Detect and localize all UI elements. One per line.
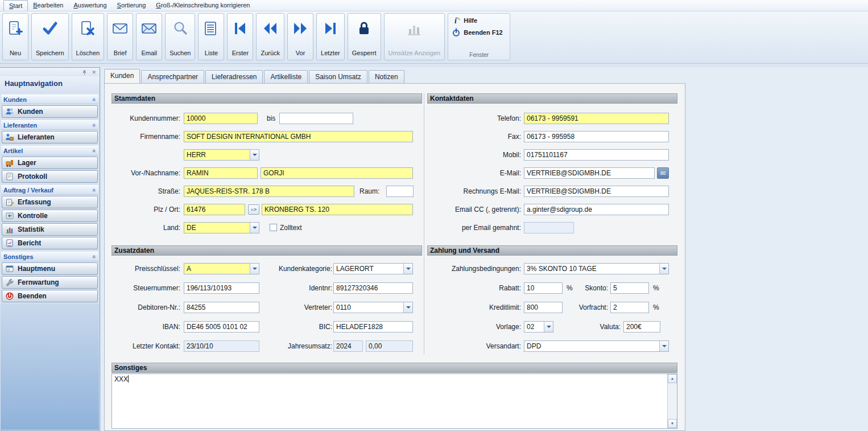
collapse-chevron-icon[interactable]: « [91, 188, 98, 191]
tab-notizen[interactable]: Notizen [369, 70, 404, 83]
email-input[interactable] [524, 167, 655, 179]
delete-icon [79, 18, 96, 39]
vorlage-select[interactable]: 02 [524, 321, 553, 333]
mobil-input[interactable] [524, 149, 669, 161]
scroll-up-icon[interactable]: ▲ [668, 374, 677, 383]
toolbar-button-erster[interactable]: Erster [227, 13, 253, 60]
toolbar-button-gesperrt[interactable]: Gesperrt [348, 13, 381, 60]
rechnungs-email-input[interactable] [524, 186, 669, 197]
mobil-label: Mobil: [427, 151, 521, 159]
fax-input[interactable] [524, 131, 669, 142]
lock-icon [356, 18, 373, 39]
sidebar-item-bericht[interactable]: Bericht [2, 237, 98, 249]
sonstiges-textarea[interactable]: XXX ▲ ▼ [111, 373, 677, 429]
sidebar-item-lager[interactable]: Lager [2, 157, 98, 169]
menu-item-sortierung[interactable]: Sortierung [112, 0, 151, 11]
svg-text:i: i [454, 17, 457, 25]
collapse-chevron-icon[interactable]: « [91, 149, 98, 152]
vorfracht-input[interactable] [610, 302, 649, 313]
bar-chart-icon [406, 18, 423, 39]
sidebar-controls: ✕ [0, 68, 100, 76]
next-record-icon [292, 18, 309, 39]
tab-kunden[interactable]: Kunden [104, 69, 140, 83]
rabatt-input[interactable] [524, 282, 563, 294]
sidebar-item-lieferanten[interactable]: Lieferanten [2, 131, 98, 143]
sidebar-item-label: Protokoll [18, 173, 47, 180]
dropdown-arrow-icon[interactable] [659, 264, 668, 274]
sidebar-item-label: Beenden [18, 292, 47, 300]
telefon-label: Telefon: [427, 114, 521, 122]
sidebar-group-header-auftrag-verkauf[interactable]: Auftrag / Verkauf« [1, 185, 98, 195]
toolbar-button-ums-tze-anzeigen: Umsätze Anzeigen [384, 13, 445, 60]
toolbar-button-suchen[interactable]: Suchen [165, 13, 195, 60]
pin-icon[interactable] [81, 69, 88, 76]
help-icon: i [452, 16, 461, 25]
tab-lieferadressen[interactable]: Lieferadressen [205, 70, 263, 83]
toolbar-button-neu[interactable]: Neu [2, 13, 28, 60]
send-email-button[interactable]: ✉ [657, 167, 669, 179]
tab-saison-umsatz[interactable]: Saison Umsatz [309, 70, 367, 83]
list-icon [202, 18, 220, 39]
sidebar-group-header-sonstiges[interactable]: Sonstiges« [1, 252, 98, 261]
sidebar-group-header-kunden[interactable]: Kunden« [1, 95, 98, 104]
window-group-item-hilfe[interactable]: iHilfe [448, 14, 510, 26]
kunden-tab-panel: Stammdaten Kontaktdaten Kundennummer: bi… [104, 83, 685, 431]
sidebar-item-erfassung[interactable]: Erfassung [2, 196, 98, 208]
email-cc-input[interactable] [524, 204, 669, 215]
section-header-kontaktdaten: Kontaktdaten [427, 93, 677, 104]
toolbar-button-brief[interactable]: Brief [107, 13, 133, 60]
per-email-gemahnt-input[interactable] [524, 222, 574, 233]
versandart-select[interactable]: DPD [524, 340, 669, 352]
close-icon[interactable]: ✕ [92, 69, 96, 75]
row-email-cc: Email CC (, getrennt): [105, 204, 685, 216]
window-group-item-beenden-f12[interactable]: Beenden F12 [448, 26, 510, 38]
sidebar-group-title: Lieferanten [3, 122, 93, 129]
vorfracht-label: Vorfracht: [563, 303, 608, 311]
scroll-down-icon[interactable]: ▼ [668, 419, 677, 428]
toolbar-button-l-schen[interactable]: Löschen [72, 13, 105, 60]
skonto-input[interactable] [610, 282, 649, 294]
email-icon [140, 18, 158, 39]
sidebar-item-hauptmenu[interactable]: Hauptmenu [2, 262, 98, 275]
collapse-chevron-icon[interactable]: « [91, 123, 98, 126]
tab-artikelliste[interactable]: Artikelliste [264, 70, 308, 83]
memo-scrollbar[interactable]: ▲ ▼ [667, 374, 677, 428]
envelope-icon: ✉ [660, 170, 666, 176]
collapse-chevron-icon[interactable]: « [91, 97, 98, 101]
toolbar-button-letzter[interactable]: Letzter [316, 13, 345, 60]
vorfracht-unit: % [653, 303, 659, 311]
valuta-label: Valuta: [575, 323, 621, 331]
telefon-input[interactable] [524, 113, 669, 124]
kreditlimit-input[interactable] [524, 302, 563, 313]
toolbar-button-speichern[interactable]: Speichern [31, 13, 69, 60]
last-record-icon [322, 18, 339, 39]
toolbar-buttons: NeuSpeichernLöschenBriefEmailSuchenListe… [2, 13, 445, 60]
toolbar-button-vor[interactable]: Vor [287, 13, 313, 60]
valuta-input[interactable] [623, 321, 660, 333]
sonstiges-text-area-inner[interactable]: XXX [112, 374, 667, 428]
sidebar-item-kunden[interactable]: Kunden [2, 105, 98, 118]
sidebar-item-protokoll[interactable]: Protokoll [2, 170, 98, 183]
toolbar-button-zur-ck[interactable]: Zurück [256, 13, 284, 60]
toolbar-button-email[interactable]: Email [136, 13, 162, 60]
menu-item-start[interactable]: Start [3, 0, 28, 11]
tab-ansprechpartner[interactable]: Ansprechpartner [141, 70, 204, 83]
menu-item-auswertung[interactable]: Auswertung [68, 0, 111, 11]
sidebar-item-beenden[interactable]: Beenden [2, 290, 98, 302]
row-email: E-Mail: ✉ [105, 167, 685, 180]
sidebar-item-statistik[interactable]: Statistik [2, 223, 98, 236]
toolbar-button-label: Brief [114, 50, 127, 56]
sidebar-item-kontrolle[interactable]: Kontrolle [2, 210, 98, 222]
stammdaten-title: Stammdaten [114, 95, 155, 102]
zahlungsbedingungen-select[interactable]: 3% SKONTO 10 TAGE [524, 263, 669, 274]
collapse-chevron-icon[interactable]: « [91, 255, 98, 258]
statistics-icon [5, 225, 14, 234]
menu-item-bearbeiten[interactable]: Bearbeiten [28, 0, 68, 11]
dropdown-arrow-icon[interactable] [659, 341, 668, 351]
sidebar-item-fernwartung[interactable]: Fernwartung [2, 276, 98, 289]
sidebar-group-header-artikel[interactable]: Artikel« [1, 146, 98, 155]
toolbar-button-liste[interactable]: Liste [198, 13, 224, 60]
dropdown-arrow-icon[interactable] [544, 322, 553, 332]
menu-item-gro-kleinschreibung-korrigieren[interactable]: Groß-/Kleinschreibung korrigieren [151, 0, 255, 11]
sidebar-group-header-lieferanten[interactable]: Lieferanten« [1, 120, 98, 130]
